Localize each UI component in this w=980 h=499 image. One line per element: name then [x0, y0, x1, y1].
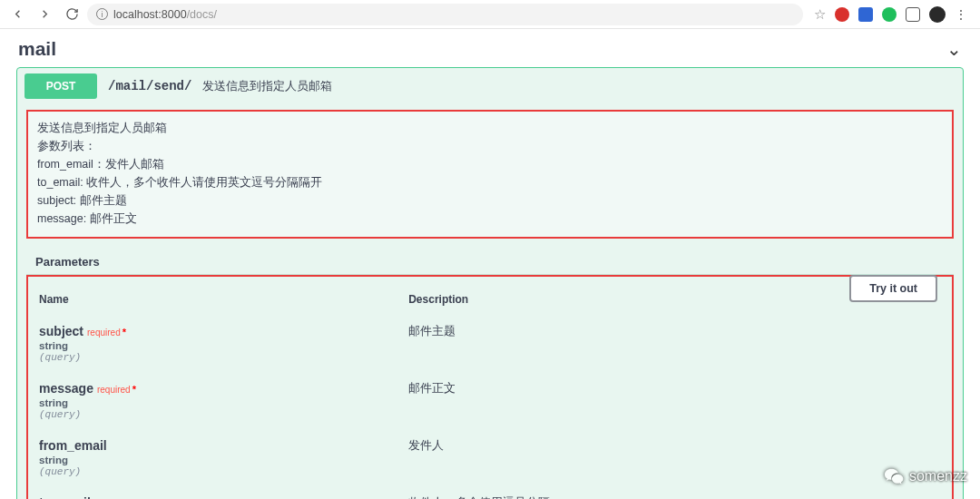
- extension-icon-green[interactable]: [882, 7, 897, 22]
- param-name: subjectrequired: [39, 324, 387, 338]
- tag-title: mail: [18, 38, 56, 60]
- tag-header[interactable]: mail ⌄: [0, 29, 980, 67]
- param-type: string: [39, 397, 387, 408]
- chevron-down-icon[interactable]: ⌄: [946, 38, 962, 60]
- desc-line: 发送信息到指定人员邮箱: [37, 119, 943, 137]
- watermark-text: somenzz: [909, 468, 967, 484]
- parameters-table: Name Description subjectrequiredstring(q…: [28, 277, 952, 499]
- col-name: Name: [28, 277, 397, 315]
- param-name: messagerequired: [39, 381, 387, 396]
- required-label: required: [97, 385, 131, 395]
- address-bar[interactable]: i localhost:8000/docs/: [87, 4, 803, 25]
- param-location: (query): [39, 409, 387, 420]
- param-name: from_email: [39, 438, 387, 453]
- page-content: mail ⌄ POST /mail/send/ 发送信息到指定人员邮箱 发送信息…: [0, 29, 980, 499]
- extension-icon-abp[interactable]: [835, 7, 849, 22]
- description-box: 发送信息到指定人员邮箱 参数列表： from_email：发件人邮箱 to_em…: [26, 110, 954, 239]
- param-description: 邮件正文: [397, 372, 952, 429]
- operation-block: POST /mail/send/ 发送信息到指定人员邮箱 发送信息到指定人员邮箱…: [16, 67, 964, 499]
- site-info-icon[interactable]: i: [96, 8, 108, 20]
- endpoint-path: /mail/send/: [108, 79, 191, 93]
- toolbar-right: ☆ ⋮: [807, 6, 975, 23]
- back-button[interactable]: [5, 3, 29, 26]
- operation-header[interactable]: POST /mail/send/ 发送信息到指定人员邮箱: [17, 68, 963, 104]
- param-type: string: [39, 340, 387, 351]
- desc-line: subject: 邮件主题: [37, 191, 943, 210]
- param-description: 邮件主题: [397, 315, 952, 372]
- param-row: subjectrequiredstring(query)邮件主题: [28, 315, 952, 372]
- required-label: required: [87, 328, 121, 338]
- desc-line: 参数列表：: [37, 137, 943, 155]
- reload-button[interactable]: [60, 3, 83, 26]
- try-it-out-button[interactable]: Try it out: [849, 275, 937, 302]
- desc-line: to_email: 收件人，多个收件人请使用英文逗号分隔隔开: [37, 173, 943, 191]
- param-row: to_emailrequiredstring(query)收件人，多个使用逗号分…: [28, 486, 952, 499]
- param-name: to_emailrequired: [39, 495, 387, 499]
- url-text: localhost:8000/docs/: [113, 8, 217, 21]
- parameters-heading: Parameters: [35, 255, 100, 269]
- watermark: somenzz: [884, 466, 967, 486]
- browser-toolbar: i localhost:8000/docs/ ☆ ⋮: [0, 0, 980, 29]
- wechat-icon: [884, 466, 904, 486]
- param-type: string: [39, 455, 387, 465]
- bookmark-icon[interactable]: ☆: [814, 6, 826, 23]
- parameters-box: Name Description subjectrequiredstring(q…: [26, 275, 954, 499]
- endpoint-summary: 发送信息到指定人员邮箱: [202, 79, 332, 94]
- param-description: 发件人: [397, 429, 952, 486]
- param-location: (query): [39, 466, 387, 477]
- method-badge: POST: [24, 73, 97, 99]
- menu-icon[interactable]: ⋮: [955, 7, 967, 22]
- profile-avatar[interactable]: [929, 6, 946, 23]
- extension-icon-shield[interactable]: [906, 7, 920, 22]
- extension-icon-blue[interactable]: [858, 7, 873, 22]
- desc-line: message: 邮件正文: [37, 210, 943, 228]
- desc-line: from_email：发件人邮箱: [37, 155, 943, 173]
- forward-button[interactable]: [33, 3, 56, 26]
- param-location: (query): [39, 352, 387, 363]
- param-row: messagerequiredstring(query)邮件正文: [28, 372, 952, 429]
- param-description: 收件人，多个使用逗号分隔: [397, 486, 952, 499]
- param-row: from_emailstring(query)发件人: [28, 429, 952, 486]
